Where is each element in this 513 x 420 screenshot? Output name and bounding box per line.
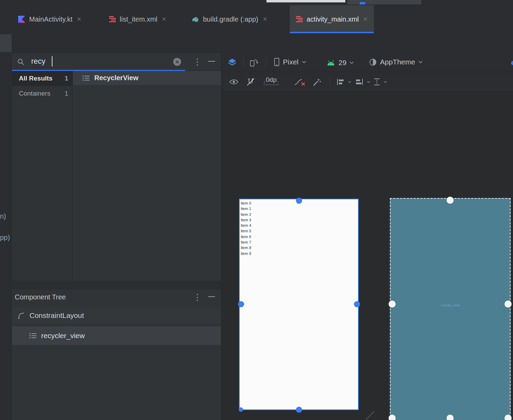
- palette-item-recyclerview[interactable]: RecyclerView: [73, 71, 221, 85]
- chevron-down-icon: [418, 61, 423, 64]
- list-item: Item 5: [241, 228, 358, 234]
- palette-search-row: recy ✕ ⋮ —: [12, 53, 221, 71]
- clear-search-icon[interactable]: ✕: [173, 58, 181, 66]
- selection-handle[interactable]: [238, 301, 244, 307]
- tree-item-recycler-view[interactable]: recycler_view: [12, 326, 221, 345]
- gradle-elephant-icon: [190, 15, 199, 23]
- list-item: Item 4: [241, 223, 358, 228]
- tab-label: build.gradle (:app): [203, 15, 258, 23]
- clipped-project-label: n): [0, 212, 6, 220]
- tab-label: activity_main.xml: [307, 15, 359, 23]
- chevron-down-icon: [302, 61, 306, 64]
- divider: [265, 57, 266, 67]
- chevron-down-icon: [348, 81, 351, 83]
- infer-constraints-button[interactable]: [313, 77, 322, 86]
- align-menu-button[interactable]: [355, 78, 370, 86]
- device-selector[interactable]: Pixel: [274, 58, 306, 66]
- palette-category-list: All Results 1 Containers 1: [12, 71, 73, 281]
- recyclerview-icon: [29, 332, 37, 339]
- result-count: 1: [64, 90, 68, 97]
- divider: [330, 77, 330, 87]
- text-caret: [52, 56, 52, 66]
- selection-handle[interactable]: [296, 407, 302, 413]
- android-robot-icon: [326, 60, 335, 66]
- chevron-down-icon: [384, 81, 387, 83]
- close-icon[interactable]: ×: [262, 15, 267, 23]
- orientation-button[interactable]: [249, 58, 259, 67]
- tab-label: MainActivity.kt: [29, 15, 72, 23]
- xml-file-icon: [296, 16, 303, 23]
- window-fragment: [266, 0, 345, 2]
- overflow-menu-icon[interactable]: ⋮: [193, 58, 202, 66]
- close-icon[interactable]: ×: [362, 15, 368, 23]
- notification-dot: [511, 61, 513, 65]
- search-input[interactable]: recy: [31, 57, 46, 66]
- layers-icon: [227, 58, 237, 67]
- selection-handle[interactable]: [389, 415, 396, 420]
- close-icon[interactable]: ×: [76, 15, 81, 23]
- design-surface-mode-button[interactable]: [227, 58, 237, 67]
- tool-stripe-button[interactable]: [0, 34, 12, 52]
- overflow-menu-icon[interactable]: ⋮: [193, 293, 202, 301]
- palette-panel: recy ✕ ⋮ — All Results 1 Containers 1: [12, 53, 221, 281]
- device-preview-design[interactable]: Item 0 Item 1 Item 2 Item 3 Item 4 Item …: [239, 199, 359, 410]
- theme-icon: [369, 58, 377, 66]
- window-fragment-accent: [360, 2, 365, 4]
- selection-handle[interactable]: [239, 407, 243, 412]
- blueprint-view-id-label: recycler_view: [391, 304, 510, 307]
- tab-mainactivity-kt[interactable]: MainActivity.kt ×: [12, 5, 87, 33]
- minimize-icon[interactable]: —: [208, 293, 215, 299]
- tab-build-gradle[interactable]: build.gradle (:app) ×: [184, 5, 273, 33]
- phone-icon: [274, 58, 280, 66]
- selection-handle[interactable]: [354, 301, 360, 307]
- magnet-off-icon: [246, 77, 255, 86]
- recyclerview-icon: [82, 75, 90, 82]
- minimize-icon[interactable]: —: [208, 57, 215, 64]
- device-preview-blueprint[interactable]: recycler_view: [390, 198, 511, 420]
- palette-category-all-results[interactable]: All Results 1: [12, 71, 72, 86]
- selection-handle[interactable]: [446, 415, 454, 420]
- design-toolbar-primary: Pixel 29 AppTheme: [222, 53, 513, 71]
- list-item: Item 3: [241, 217, 358, 223]
- tab-label: list_item.xml: [120, 15, 157, 23]
- xml-file-icon: [109, 16, 116, 23]
- align-icon: [355, 78, 364, 86]
- list-item: Item 9: [241, 251, 358, 256]
- palette-result-list: RecyclerView: [73, 71, 221, 281]
- list-item: Item 8: [241, 245, 358, 250]
- constraintlayout-icon: [17, 311, 25, 320]
- list-item: Item 1: [241, 206, 358, 211]
- divider: [243, 57, 244, 67]
- selection-handle[interactable]: [389, 300, 396, 308]
- eye-icon: [229, 78, 239, 85]
- default-margins-control[interactable]: 0dp: [263, 76, 279, 85]
- component-tree-header: Component Tree ⋮ —: [12, 289, 221, 305]
- design-toolbar-secondary: 0dp: [222, 72, 513, 92]
- theme-selector[interactable]: AppTheme: [369, 58, 423, 66]
- recycler-preview-list: Item 0 Item 1 Item 2 Item 3 Item 4 Item …: [240, 199, 358, 256]
- pack-icon: [336, 78, 345, 86]
- list-item: Item 6: [241, 234, 358, 239]
- pack-menu-button[interactable]: [336, 78, 351, 86]
- selection-handle[interactable]: [504, 300, 512, 308]
- tab-list-item-xml[interactable]: list_item.xml ×: [103, 5, 172, 33]
- api-level-selector[interactable]: 29: [326, 59, 354, 67]
- palette-category-containers[interactable]: Containers 1: [12, 86, 72, 101]
- close-icon[interactable]: ×: [161, 15, 166, 23]
- clear-constraints-icon: [294, 78, 305, 87]
- component-tree-panel: Component Tree ⋮ — ConstraintLayout recy…: [12, 289, 221, 420]
- guidelines-menu-button[interactable]: [373, 78, 387, 86]
- selection-handle[interactable]: [504, 415, 512, 420]
- android-studio-window: n) pp) MainActivity.kt × list_item.xml ×…: [0, 0, 513, 420]
- selection-handle[interactable]: [446, 197, 454, 204]
- panel-title: Component Tree: [15, 293, 66, 301]
- clipped-project-label: pp): [0, 234, 10, 242]
- selection-handle[interactable]: [296, 198, 302, 204]
- tree-item-constraintlayout[interactable]: ConstraintLayout: [12, 307, 221, 324]
- tab-activity-main-xml[interactable]: activity_main.xml ×: [290, 5, 374, 33]
- chevron-down-icon: [349, 61, 354, 64]
- clear-constraints-button[interactable]: [294, 78, 305, 87]
- view-options-button[interactable]: [229, 78, 239, 85]
- window-fragment: [347, 0, 421, 4]
- autoconnect-toggle[interactable]: [246, 77, 255, 86]
